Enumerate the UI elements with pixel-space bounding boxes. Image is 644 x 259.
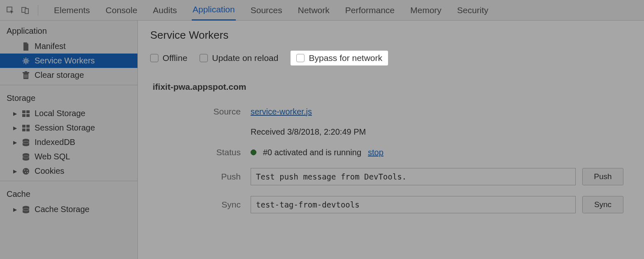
label-sync: Sync xyxy=(150,200,241,210)
status-text: #0 activated and is running xyxy=(263,148,361,157)
svg-rect-11 xyxy=(26,110,30,113)
svg-point-26 xyxy=(27,172,28,173)
received-text: Received 3/8/2018, 2:20:49 PM xyxy=(251,127,366,137)
svg-rect-15 xyxy=(26,125,30,128)
sidebar-item-cookies[interactable]: ▶ Cookies xyxy=(0,164,137,178)
row-push: Push Push xyxy=(150,168,632,185)
database-icon xyxy=(21,139,30,146)
tab-security[interactable]: Security xyxy=(456,0,489,20)
sidebar-item-label: Cookies xyxy=(35,166,64,176)
sidebar-item-label: Service Workers xyxy=(35,56,95,65)
panel-heading: Service Workers xyxy=(150,29,632,42)
divider xyxy=(0,85,137,85)
push-button[interactable]: Push xyxy=(582,168,623,185)
database-icon xyxy=(21,153,30,161)
sidebar-item-label: Local Storage xyxy=(35,109,85,118)
sync-input[interactable] xyxy=(251,196,576,213)
svg-rect-14 xyxy=(22,125,26,128)
gear-icon xyxy=(21,57,30,65)
svg-point-24 xyxy=(27,170,28,170)
tab-performance[interactable]: Performance xyxy=(344,0,395,20)
svg-rect-10 xyxy=(22,110,26,113)
tab-application[interactable]: Application xyxy=(192,0,236,21)
sidebar-item-local-storage[interactable]: ▶ Local Storage xyxy=(0,106,137,121)
label-source: Source xyxy=(150,107,241,117)
tab-audits[interactable]: Audits xyxy=(152,0,178,20)
tab-network[interactable]: Network xyxy=(297,0,330,20)
sidebar-item-label: Web SQL xyxy=(35,152,70,161)
devtools-tabs: Elements Console Audits Application Sour… xyxy=(53,0,489,21)
row-status: Status #0 activated and is running stop xyxy=(150,147,632,157)
option-label: Update on reload xyxy=(212,53,278,63)
service-workers-panel: Service Workers Offline Update on reload… xyxy=(138,21,644,259)
svg-point-3 xyxy=(25,60,27,62)
sidebar-item-label: Cache Storage xyxy=(35,205,89,214)
offline-checkbox[interactable] xyxy=(150,54,158,62)
row-sync: Sync Sync xyxy=(150,196,632,213)
sidebar-item-clear-storage[interactable]: Clear storage xyxy=(0,68,137,82)
label-push: Push xyxy=(150,172,241,182)
svg-point-23 xyxy=(24,169,25,170)
section-application: Application xyxy=(0,21,137,39)
svg-rect-12 xyxy=(22,114,26,117)
sync-button[interactable]: Sync xyxy=(582,196,623,213)
options-row: Offline Update on reload Bypass for netw… xyxy=(150,51,632,65)
tab-memory[interactable]: Memory xyxy=(409,0,442,20)
bypass-checkbox[interactable] xyxy=(296,54,305,62)
sidebar-item-label: IndexedDB xyxy=(35,138,75,147)
sidebar-item-websql[interactable]: Web SQL xyxy=(0,149,137,164)
chevron-right-icon: ▶ xyxy=(12,125,17,131)
push-input[interactable] xyxy=(251,168,576,185)
section-cache: Cache xyxy=(0,184,137,202)
option-bypass-for-network[interactable]: Bypass for network xyxy=(291,51,388,65)
file-icon xyxy=(21,42,30,51)
sidebar-item-manifest[interactable]: Manifest xyxy=(0,39,137,54)
label-status: Status xyxy=(150,147,241,157)
chevron-right-icon: ▶ xyxy=(12,207,17,212)
sidebar-item-indexeddb[interactable]: ▶ IndexedDB xyxy=(0,135,137,149)
inspect-icon[interactable] xyxy=(4,4,16,16)
stop-link[interactable]: stop xyxy=(368,148,384,157)
svg-point-25 xyxy=(25,172,26,173)
tab-elements[interactable]: Elements xyxy=(53,0,91,20)
tab-console[interactable]: Console xyxy=(105,0,138,20)
application-sidebar: Application Manifest Service Workers Cle… xyxy=(0,21,138,259)
chevron-right-icon: ▶ xyxy=(12,140,17,145)
cookie-icon xyxy=(21,168,30,175)
sidebar-item-session-storage[interactable]: ▶ Session Storage xyxy=(0,121,137,135)
sw-origin: ifixit-pwa.appspot.com xyxy=(153,82,632,92)
section-storage: Storage xyxy=(0,88,137,106)
chevron-right-icon: ▶ xyxy=(12,168,17,174)
svg-point-22 xyxy=(23,168,29,175)
tab-sources[interactable]: Sources xyxy=(250,0,283,20)
option-label: Offline xyxy=(163,53,187,63)
option-update-on-reload[interactable]: Update on reload xyxy=(200,53,278,63)
sidebar-item-label: Session Storage xyxy=(35,123,95,133)
database-icon xyxy=(21,206,30,213)
svg-rect-2 xyxy=(25,9,28,14)
divider xyxy=(0,181,137,181)
sidebar-item-label: Manifest xyxy=(35,42,66,51)
device-toggle-icon[interactable] xyxy=(19,4,31,16)
option-offline[interactable]: Offline xyxy=(150,53,187,63)
row-received: Received 3/8/2018, 2:20:49 PM xyxy=(150,127,632,137)
svg-rect-17 xyxy=(26,128,30,131)
devtools-toolbar: Elements Console Audits Application Sour… xyxy=(0,0,644,21)
toolbar-separator xyxy=(38,5,38,16)
grid-icon xyxy=(21,125,30,131)
svg-rect-6 xyxy=(25,71,27,72)
trash-icon xyxy=(21,71,30,79)
chevron-right-icon: ▶ xyxy=(12,111,17,117)
sidebar-item-cache-storage[interactable]: ▶ Cache Storage xyxy=(0,202,137,217)
row-source: Source service-worker.js xyxy=(150,107,632,117)
status-indicator-icon xyxy=(251,149,256,155)
svg-rect-13 xyxy=(26,114,30,117)
sidebar-item-label: Clear storage xyxy=(35,70,84,80)
source-link[interactable]: service-worker.js xyxy=(251,107,312,117)
svg-rect-16 xyxy=(22,128,26,131)
grid-icon xyxy=(21,110,30,117)
update-checkbox[interactable] xyxy=(200,54,208,62)
option-label: Bypass for network xyxy=(309,53,382,63)
sidebar-item-service-workers[interactable]: Service Workers xyxy=(0,54,137,68)
